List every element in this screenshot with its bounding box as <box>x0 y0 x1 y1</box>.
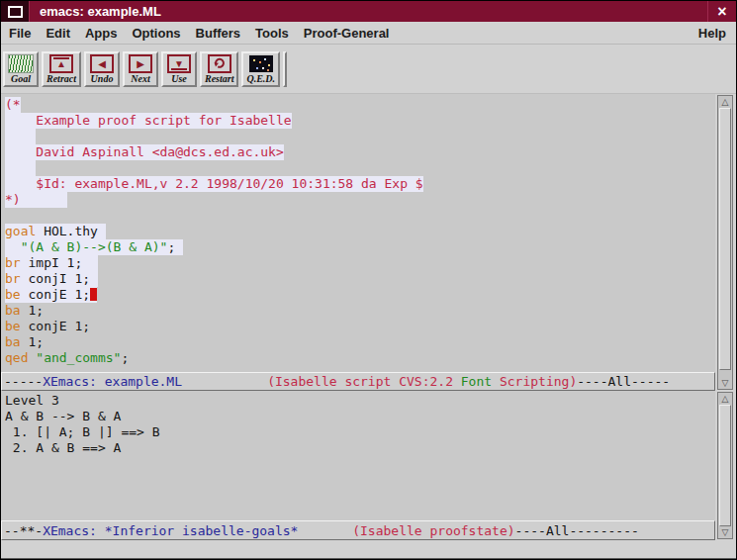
text-segment: Scripting) <box>492 374 577 389</box>
line-wrap: qed "and_comms"; <box>5 350 129 366</box>
window-menu-button[interactable] <box>1 1 30 22</box>
text-segment: conjI 1; <box>21 271 98 286</box>
triangle-right: ▶ <box>137 59 144 69</box>
goals-scrollbar-thumb[interactable] <box>719 405 731 526</box>
toolbar-button-goal[interactable]: Goal <box>3 51 39 87</box>
script-scrollbar-trough[interactable]: △ ▽ <box>717 95 733 390</box>
toolbar-icon-slot: ◀ <box>90 54 114 73</box>
text-segment: *) <box>5 192 67 207</box>
goals-buffer[interactable]: Level 3A & B --> B & A 1. [| A; B |] ==>… <box>1 391 715 520</box>
toolbar-button-label: Q.E.D. <box>246 73 275 84</box>
scroll-up-icon[interactable]: △ <box>718 96 732 108</box>
text-segment: ba <box>5 303 21 318</box>
script-line: "(A & B)-->(B & A)"; <box>5 239 715 255</box>
text-segment: (Isabelle proofstate) <box>352 523 514 538</box>
text-segment: ----All----- <box>577 374 670 389</box>
menu-item-buffers[interactable]: Buffers <box>196 26 241 41</box>
script-line: Example proof script for Isabelle <box>5 113 715 129</box>
toolbar-button-retract[interactable]: ▲Retract <box>42 51 81 87</box>
text-segment: ; <box>121 350 129 365</box>
text-segment: conjE 1; <box>21 287 90 302</box>
retract-icon: ▲ <box>49 54 73 73</box>
goals-scrollbar-trough[interactable]: △ ▽ <box>717 392 733 539</box>
window-title: emacs: example.ML <box>30 1 707 22</box>
text-segment: (Isabelle script CVS:2.2 <box>267 374 461 389</box>
menu-item-apps[interactable]: Apps <box>85 26 118 41</box>
circular-arrow <box>214 57 226 69</box>
menu-item-proof-general[interactable]: Proof-General <box>304 26 390 41</box>
locked-region-line: Example proof script for Isabelle <box>5 113 292 129</box>
minibuffer[interactable] <box>1 540 736 558</box>
text-segment <box>5 160 36 175</box>
scroll-up-icon[interactable]: △ <box>718 393 732 405</box>
text-segment: be <box>5 319 21 333</box>
script-scrollbar[interactable]: △ ▽ <box>715 94 736 391</box>
locked-region-line: David Aspinall <da@dcs.ed.ac.uk> <box>5 144 284 160</box>
text-segment: goal <box>5 224 36 238</box>
script-scrollbar-thumb[interactable] <box>719 108 731 370</box>
text-segment <box>182 374 267 389</box>
toolbar-button-label: Undo <box>91 73 114 84</box>
close-button[interactable]: × <box>707 1 736 22</box>
script-buffer[interactable]: (* Example proof script for Isabelle Dav… <box>1 94 715 372</box>
text-segment: 1; <box>21 334 44 349</box>
locked-region-line <box>5 129 36 144</box>
script-line <box>5 160 715 176</box>
text-segment: Font <box>461 374 492 389</box>
text-segment: XEmacs: *Inferior isabelle-goals* <box>43 523 298 538</box>
toolbar-button-label: Goal <box>11 73 31 84</box>
line-wrap: ba 1; <box>5 303 44 319</box>
locked-region-line: br impI 1; <box>5 255 98 271</box>
locked-region-line: br conjI 1; <box>5 271 98 287</box>
toolbar-icon-slot: ▶ <box>129 54 152 73</box>
restart-icon <box>208 54 231 73</box>
text-segment: conjE 1; <box>21 319 90 333</box>
next-icon: ▶ <box>129 54 152 73</box>
toolbar-button-use[interactable]: ▼Use <box>161 51 197 87</box>
text-segment: impI 1; <box>21 255 98 270</box>
script-line: goal HOL.thy <box>5 224 715 239</box>
modeline-script[interactable]: -----XEmacs: example.ML (Isabelle script… <box>1 372 715 391</box>
menu-item-options[interactable]: Options <box>132 26 180 41</box>
menu-item-help[interactable]: Help <box>698 26 726 41</box>
script-line: *) <box>5 192 715 208</box>
toolbar-button-next[interactable]: ▶Next <box>123 51 158 87</box>
scroll-down-icon[interactable]: ▽ <box>718 526 732 538</box>
text-segment: XEmacs: example.ML <box>43 374 182 389</box>
xemacs-window: emacs: example.ML × FileEditAppsOptionsB… <box>0 0 737 560</box>
toolbar-separator <box>283 51 287 87</box>
menu-item-edit[interactable]: Edit <box>46 26 70 41</box>
script-line: be conjE 1; <box>5 319 715 334</box>
modeline-goals[interactable]: --**-XEmacs: *Inferior isabelle-goals* (… <box>1 520 715 540</box>
text-segment <box>5 129 36 143</box>
script-line: qed "and_comms"; <box>5 350 715 366</box>
text-segment: "(A & B)-->(B & A)" <box>21 239 168 254</box>
text-segment <box>5 239 21 254</box>
triangle-down: ▼ <box>174 59 184 69</box>
toolbar-icon-slot: ▼ <box>167 54 191 73</box>
text-segment: --**- <box>4 523 43 538</box>
locked-region-line <box>5 160 36 176</box>
toolbar-button-restart[interactable]: Restart <box>200 51 238 87</box>
toolbar-button-qed[interactable]: Q.E.D. <box>241 51 280 87</box>
locked-region-line: goal HOL.thy <box>5 224 106 239</box>
script-line: br conjI 1; <box>5 271 715 287</box>
text-segment: ba <box>5 334 21 349</box>
script-line <box>5 129 715 144</box>
locked-region-line: $Id: example.ML,v 2.2 1998/10/20 10:31:5… <box>5 176 423 192</box>
menu-item-file[interactable]: File <box>9 26 31 41</box>
toolbar-button-undo[interactable]: ◀Undo <box>84 51 120 87</box>
titlebar[interactable]: emacs: example.ML × <box>1 1 736 22</box>
toolbar-icon-slot <box>8 54 34 73</box>
text-segment: ; <box>167 239 183 254</box>
text-segment: HOL.thy <box>36 224 105 238</box>
goals-line: Level 3 <box>5 393 715 409</box>
locked-region-line: *) <box>5 192 67 208</box>
text-segment: br <box>5 271 21 286</box>
menu-item-tools[interactable]: Tools <box>255 26 289 41</box>
script-line: be conjE 1; <box>5 287 715 303</box>
goals-line: A & B --> B & A <box>5 409 715 424</box>
goals-scrollbar[interactable]: △ ▽ <box>715 391 736 540</box>
script-line: (* <box>5 97 715 113</box>
scroll-down-icon[interactable]: ▽ <box>718 377 732 389</box>
